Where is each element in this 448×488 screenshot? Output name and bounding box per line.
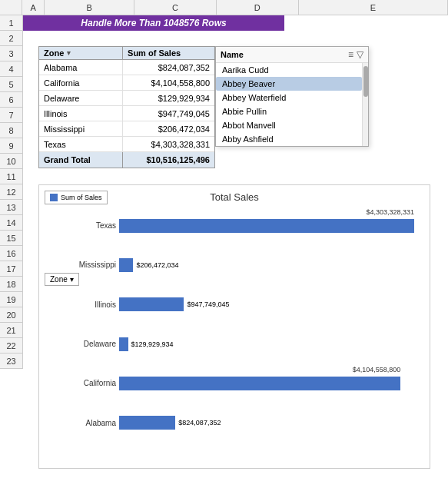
pivot-zone-texas: Texas bbox=[39, 137, 123, 151]
filter-item-aarika[interactable]: Aarika Cudd bbox=[216, 63, 362, 77]
pivot-grand-total-value: $10,516,125,496 bbox=[123, 152, 214, 168]
bar-label-alabama: Alabama bbox=[55, 419, 116, 427]
row-6: 6 bbox=[0, 92, 23, 108]
bar-fill-alabama bbox=[119, 416, 175, 430]
title-banner: Handle More Than 1048576 Rows bbox=[23, 15, 284, 31]
bar-fill-illinois bbox=[119, 297, 184, 311]
filter-list: Aarika Cudd Abbey Beaver Abbey Waterfiel… bbox=[216, 63, 362, 146]
row-21: 21 bbox=[0, 323, 23, 338]
bar-label-california: California bbox=[55, 379, 116, 387]
legend-label: Sum of Sales bbox=[61, 194, 102, 201]
pivot-zone-alabama: Alabama bbox=[39, 60, 123, 75]
bar-track-california: $4,104,558,800 bbox=[119, 377, 414, 390]
chart-legend: Sum of Sales bbox=[45, 191, 108, 204]
row-14: 14 bbox=[0, 215, 23, 231]
col-header-c: C bbox=[134, 0, 217, 15]
pivot-zone-header[interactable]: Zone ▾ bbox=[39, 47, 123, 59]
bar-track-delaware: $129,929,934 bbox=[119, 337, 414, 351]
bar-value-texas: $4,303,328,331 bbox=[366, 208, 414, 216]
bar-label-delaware: Delaware bbox=[55, 340, 116, 348]
row-2: 2 bbox=[0, 31, 23, 46]
pivot-sales-delaware: $129,929,934 bbox=[123, 91, 214, 105]
row-9: 9 bbox=[0, 138, 23, 154]
bar-track-mississippi: $206,472,034 bbox=[119, 258, 414, 272]
bar-label-texas: Texas bbox=[55, 221, 116, 230]
row-1: 1 bbox=[0, 15, 23, 31]
col-header-b: B bbox=[45, 0, 134, 15]
bar-label-mississippi: Mississippi bbox=[55, 261, 116, 269]
bar-label-illinois: Illinois bbox=[55, 300, 116, 309]
bar-fill-delaware bbox=[119, 337, 128, 351]
bar-value-delaware: $129,929,934 bbox=[131, 340, 174, 348]
filter-container: Aarika Cudd Abbey Beaver Abbey Waterfiel… bbox=[216, 63, 368, 146]
pivot-sales-texas: $4,303,328,331 bbox=[123, 137, 214, 151]
pivot-total-row: Grand Total $10,516,125,496 bbox=[39, 152, 214, 168]
pivot-row-california: California $4,104,558,800 bbox=[39, 75, 214, 91]
pivot-zone-label: Zone bbox=[44, 48, 64, 58]
pivot-row-illinois: Illinois $947,749,045 bbox=[39, 106, 214, 121]
bar-row-alabama: Alabama $824,087,352 bbox=[55, 411, 414, 434]
filter-item-abby[interactable]: Abby Ashfield bbox=[216, 132, 362, 146]
filter-icons: ≡ ▽ bbox=[348, 49, 363, 60]
pivot-row-texas: Texas $4,303,328,331 bbox=[39, 137, 214, 152]
pivot-row-mississippi: Mississippi $206,472,034 bbox=[39, 121, 214, 137]
row-4: 4 bbox=[0, 61, 23, 77]
bar-value-alabama: $824,087,352 bbox=[178, 419, 221, 427]
pivot-row-alabama: Alabama $824,087,352 bbox=[39, 60, 214, 75]
filter-scroll-thumb[interactable] bbox=[363, 66, 368, 97]
filter-item-abbey-beaver[interactable]: Abbey Beaver bbox=[216, 77, 362, 91]
col-header-e: E bbox=[299, 0, 448, 15]
pivot-header-row: Zone ▾ Sum of Sales bbox=[39, 47, 214, 60]
pivot-sales-california: $4,104,558,800 bbox=[123, 75, 214, 90]
pivot-zone-filter-icon[interactable]: ▾ bbox=[67, 49, 71, 57]
pivot-zone-california: California bbox=[39, 75, 123, 90]
row-7: 7 bbox=[0, 108, 23, 123]
bar-fill-texas: $4,303,328,331 bbox=[119, 219, 414, 233]
row-22: 22 bbox=[0, 338, 23, 354]
bar-fill-california: $4,104,558,800 bbox=[119, 377, 400, 390]
row-23: 23 bbox=[0, 354, 23, 369]
row-13: 13 bbox=[0, 200, 23, 215]
corner-cell bbox=[0, 0, 22, 15]
bar-row-california: California $4,104,558,800 bbox=[55, 372, 414, 395]
filter-item-abbie[interactable]: Abbie Pullin bbox=[216, 105, 362, 118]
row-18: 18 bbox=[0, 277, 23, 292]
row-15: 15 bbox=[0, 231, 23, 246]
zone-dropdown-button[interactable]: Zone ▾ bbox=[45, 273, 79, 286]
column-headers: A B C D E bbox=[0, 0, 448, 15]
legend-color-box bbox=[50, 194, 58, 201]
title-text: Handle More Than 1048576 Rows bbox=[81, 18, 226, 28]
bar-value-california: $4,104,558,800 bbox=[353, 366, 401, 373]
pivot-sales-illinois: $947,749,045 bbox=[123, 106, 214, 121]
bar-row-mississippi: Mississippi $206,472,034 bbox=[55, 254, 414, 277]
filter-dropdown[interactable]: Name ≡ ▽ Aarika Cudd Abbey Beaver Abbey … bbox=[215, 46, 369, 147]
filter-scrollbar[interactable] bbox=[362, 63, 368, 146]
filter-sort-icon[interactable]: ≡ bbox=[348, 49, 353, 60]
filter-item-abbot[interactable]: Abbot Manvell bbox=[216, 118, 362, 132]
pivot-table: Zone ▾ Sum of Sales Alabama $824,087,352… bbox=[38, 46, 215, 168]
bar-fill-mississippi bbox=[119, 258, 133, 272]
chart-container: Total Sales Texas $4,303,328,331 Mississ… bbox=[38, 184, 430, 469]
pivot-zone-delaware: Delaware bbox=[39, 91, 123, 105]
zone-dropdown-arrow-icon: ▾ bbox=[70, 275, 74, 284]
bar-track-texas: $4,303,328,331 bbox=[119, 219, 414, 233]
bar-value-mississippi: $206,472,034 bbox=[136, 261, 178, 269]
pivot-grand-total-label: Grand Total bbox=[39, 152, 123, 168]
row-16: 16 bbox=[0, 246, 23, 261]
row-10: 10 bbox=[0, 154, 23, 169]
pivot-sales-header: Sum of Sales bbox=[123, 47, 214, 59]
bar-value-illinois: $947,749,045 bbox=[187, 300, 229, 308]
filter-title: Name bbox=[221, 50, 244, 59]
row-8: 8 bbox=[0, 123, 23, 138]
filter-header: Name ≡ ▽ bbox=[216, 47, 368, 63]
pivot-zone-illinois: Illinois bbox=[39, 106, 123, 121]
filter-item-abbey-waterfield[interactable]: Abbey Waterfield bbox=[216, 91, 362, 105]
bar-row-delaware: Delaware $129,929,934 bbox=[55, 333, 414, 356]
chart-body: Texas $4,303,328,331 Mississippi $206,47… bbox=[39, 206, 430, 450]
row-headers: 1 2 3 4 5 6 7 8 9 10 11 12 13 14 15 16 1… bbox=[0, 15, 23, 369]
bar-track-illinois: $947,749,045 bbox=[119, 297, 414, 311]
row-19: 19 bbox=[0, 292, 23, 307]
pivot-sales-alabama: $824,087,352 bbox=[123, 60, 214, 75]
filter-filter-icon[interactable]: ▽ bbox=[357, 49, 363, 60]
col-header-d: D bbox=[217, 0, 299, 15]
